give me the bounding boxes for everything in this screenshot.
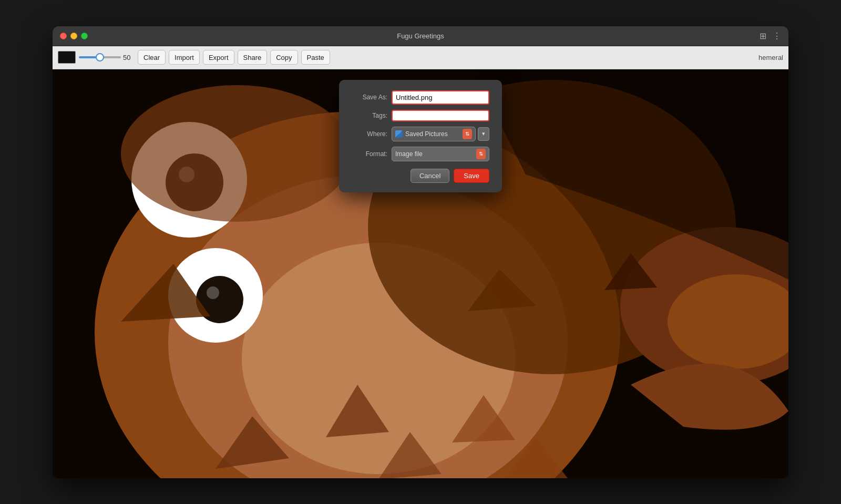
brush-size-slider[interactable] — [79, 56, 121, 58]
clear-button[interactable]: Clear — [138, 50, 166, 65]
format-label: Format: — [352, 150, 387, 158]
modal-backdrop: Save As: Tags: Where: Saved Pictures ⇅ — [53, 69, 788, 478]
toolbar: 50 Clear Import Export Share Copy Paste … — [53, 46, 788, 69]
paste-button[interactable]: Paste — [301, 50, 330, 65]
where-row: Where: Saved Pictures ⇅ ▾ — [352, 127, 489, 141]
save-button[interactable]: Save — [454, 169, 489, 183]
brush-size-value: 50 — [123, 54, 135, 61]
brush-size-slider-container: 50 — [79, 54, 135, 61]
format-selector[interactable]: Image file ⇅ — [392, 147, 489, 161]
titlebar: Fugu Greetings ⊞ ⋮ — [53, 26, 788, 46]
copy-button[interactable]: Copy — [270, 50, 298, 65]
app-window: Fugu Greetings ⊞ ⋮ 50 Clear Import Expor… — [53, 26, 788, 478]
export-button[interactable]: Export — [203, 50, 234, 65]
filename-input[interactable] — [392, 90, 489, 105]
titlebar-actions: ⊞ ⋮ — [760, 31, 781, 41]
dialog-buttons: Cancel Save — [352, 169, 489, 183]
import-button[interactable]: Import — [169, 50, 200, 65]
folder-icon — [395, 130, 403, 138]
where-label: Where: — [352, 130, 387, 138]
format-value: Image file — [395, 150, 423, 158]
save-dialog: Save As: Tags: Where: Saved Pictures ⇅ — [339, 80, 502, 192]
format-stepper[interactable]: ⇅ — [476, 149, 486, 159]
maximize-button[interactable] — [81, 33, 88, 39]
where-selector[interactable]: Saved Pictures ⇅ — [392, 127, 476, 141]
canvas-area[interactable]: Save As: Tags: Where: Saved Pictures ⇅ — [53, 69, 788, 478]
tags-row: Tags: — [352, 110, 489, 121]
window-title: Fugu Greetings — [397, 32, 444, 40]
close-button[interactable] — [60, 33, 67, 39]
brush-color-preview[interactable] — [58, 51, 76, 64]
tags-label: Tags: — [352, 112, 387, 119]
save-as-row: Save As: — [352, 90, 489, 105]
where-stepper[interactable]: ⇅ — [463, 129, 472, 139]
traffic-lights — [60, 33, 88, 39]
more-options-icon[interactable]: ⋮ — [773, 31, 781, 41]
cancel-button[interactable]: Cancel — [411, 169, 449, 183]
ephemeral-label: hemeral — [758, 54, 783, 61]
minimize-button[interactable] — [70, 33, 77, 39]
tags-input[interactable] — [392, 110, 489, 121]
where-expand-button[interactable]: ▾ — [478, 127, 489, 141]
save-as-label: Save As: — [352, 94, 387, 101]
format-row: Format: Image file ⇅ — [352, 147, 489, 161]
share-button[interactable]: Share — [238, 50, 268, 65]
puzzle-icon[interactable]: ⊞ — [760, 31, 766, 41]
where-value: Saved Pictures — [405, 130, 460, 138]
